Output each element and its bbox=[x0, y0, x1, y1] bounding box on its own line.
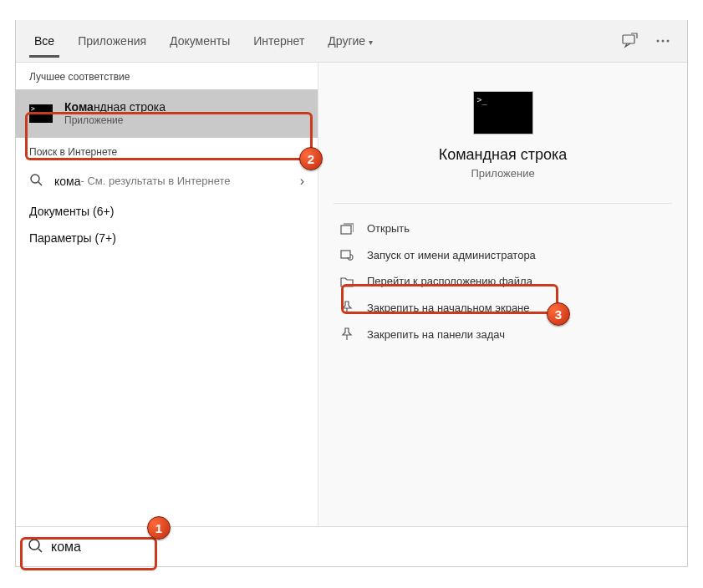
svg-point-8 bbox=[29, 540, 39, 550]
results-list: Лучшее соответствие Командная строка При… bbox=[16, 63, 318, 526]
web-suffix: - См. результаты в Интернете bbox=[80, 175, 230, 187]
actions-list: Открыть Запуск от имени администратора П… bbox=[334, 203, 672, 347]
tab-apps[interactable]: Приложения bbox=[66, 24, 158, 58]
annotation-badge-3: 3 bbox=[547, 302, 570, 326]
web-search-result[interactable]: кома - См. результаты в Интернете › bbox=[16, 165, 318, 198]
tab-internet[interactable]: Интернет bbox=[242, 24, 316, 58]
action-open-location[interactable]: Перейти к расположению файла bbox=[334, 268, 672, 294]
action-run-as-admin[interactable]: Запуск от имени администратора bbox=[334, 241, 672, 268]
cmd-icon bbox=[29, 104, 53, 123]
tab-other[interactable]: Другие▾ bbox=[316, 24, 385, 58]
search-window: Все Приложения Документы Интернет Другие… bbox=[15, 20, 688, 567]
more-icon[interactable] bbox=[655, 38, 670, 43]
feedback-icon[interactable] bbox=[620, 33, 639, 49]
search-icon bbox=[28, 538, 43, 556]
annotation-badge-2: 2 bbox=[299, 147, 323, 170]
folder-icon bbox=[339, 276, 355, 287]
svg-rect-0 bbox=[623, 35, 634, 43]
tab-all[interactable]: Все bbox=[23, 24, 66, 58]
svg-point-4 bbox=[31, 175, 39, 183]
web-query: кома bbox=[54, 175, 80, 188]
svg-line-9 bbox=[38, 549, 42, 552]
pin-taskbar-icon bbox=[339, 327, 355, 341]
settings-category[interactable]: Параметры (7+) bbox=[16, 225, 318, 251]
chevron-down-icon: ▾ bbox=[369, 38, 373, 47]
preview-panel: Командная строка Приложение Открыть Запу… bbox=[318, 63, 687, 526]
result-title: Командная строка bbox=[64, 99, 166, 114]
best-match-result[interactable]: Командная строка Приложение bbox=[16, 89, 318, 138]
svg-point-1 bbox=[657, 40, 660, 43]
preview-title: Командная строка bbox=[318, 146, 687, 164]
svg-rect-6 bbox=[341, 226, 351, 234]
svg-line-5 bbox=[38, 182, 42, 185]
search-bar bbox=[16, 526, 687, 566]
search-input[interactable] bbox=[51, 540, 675, 555]
web-search-header: Поиск в Интернете bbox=[16, 138, 318, 165]
svg-point-2 bbox=[662, 40, 665, 43]
pin-start-icon bbox=[339, 301, 355, 314]
best-match-header: Лучшее соответствие bbox=[16, 63, 318, 89]
cmd-preview-icon bbox=[473, 91, 533, 134]
annotation-badge-1: 1 bbox=[147, 516, 171, 540]
chevron-right-icon: › bbox=[300, 174, 304, 189]
svg-rect-7 bbox=[341, 251, 350, 258]
preview-subtitle: Приложение bbox=[318, 167, 687, 180]
action-pin-taskbar[interactable]: Закрепить на панели задач bbox=[334, 321, 672, 347]
admin-icon bbox=[339, 248, 355, 261]
search-icon bbox=[29, 173, 43, 190]
tab-docs[interactable]: Документы bbox=[158, 24, 242, 58]
action-open[interactable]: Открыть bbox=[334, 215, 672, 241]
filter-tabs: Все Приложения Документы Интернет Другие… bbox=[16, 20, 687, 62]
open-icon bbox=[339, 223, 355, 235]
result-subtitle: Приложение bbox=[64, 114, 166, 128]
documents-category[interactable]: Документы (6+) bbox=[16, 198, 318, 225]
svg-point-3 bbox=[667, 40, 670, 43]
action-pin-start[interactable]: Закрепить на начальном экране bbox=[334, 294, 672, 321]
